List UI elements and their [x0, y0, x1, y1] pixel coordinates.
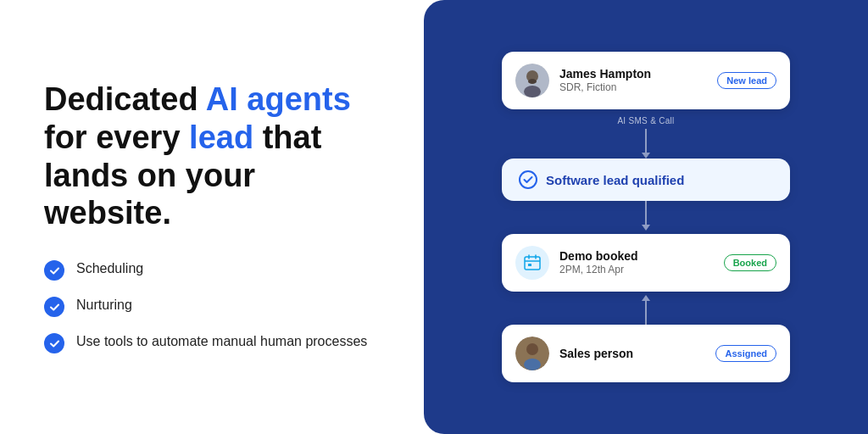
connector-3 [642, 292, 650, 325]
james-sub: SDR, Fiction [559, 81, 651, 95]
connector-line-1 [645, 129, 647, 153]
feature-scheduling-text: Scheduling [76, 259, 143, 278]
feature-scheduling: Scheduling [44, 259, 380, 281]
svg-point-2 [524, 86, 541, 97]
svg-rect-4 [525, 257, 540, 270]
qualified-card: Software lead qualified [502, 159, 790, 201]
svg-rect-5 [528, 264, 531, 266]
svg-point-8 [524, 359, 541, 370]
james-name: James Hampton [559, 67, 651, 81]
avatar-james [515, 64, 549, 97]
card-james-info: James Hampton SDR, Fiction [559, 67, 651, 94]
booked-badge: Booked [724, 254, 776, 271]
assigned-badge: Assigned [715, 345, 776, 362]
svg-point-3 [528, 79, 537, 84]
card-demo-booked: Demo booked 2PM, 12th Apr Booked [502, 234, 790, 292]
card-james-hampton: James Hampton SDR, Fiction New lead [502, 52, 790, 109]
qualified-text: Software lead qualified [546, 173, 684, 187]
connector-arrow-1 [642, 153, 650, 159]
connector-2 [642, 201, 650, 234]
headline-highlight-ai: AI agents [206, 81, 351, 117]
check-icon-scheduling [44, 260, 64, 281]
connector-1: AI SMS & Call [617, 109, 674, 159]
calendar-icon [515, 246, 549, 280]
card-sales-person: Sales person Assigned [502, 325, 790, 382]
avatar-sales [515, 337, 549, 370]
svg-point-7 [526, 343, 538, 355]
check-icon-automate [44, 333, 64, 353]
card-demo-info: Demo booked 2PM, 12th Apr [559, 249, 638, 276]
feature-nurturing: Nurturing [44, 296, 380, 317]
qualified-check-icon [519, 170, 537, 189]
connector-arrow-2 [642, 225, 650, 231]
right-panel: James Hampton SDR, Fiction New lead AI S… [424, 0, 868, 434]
check-icon-nurturing [44, 297, 64, 317]
features-list: Scheduling Nurturing Use tools to automa… [44, 259, 380, 353]
feature-nurturing-text: Nurturing [76, 296, 132, 314]
demo-name: Demo booked [559, 249, 638, 264]
headline: Dedicated AI agents for every lead that … [44, 81, 380, 232]
connector-1-label: AI SMS & Call [617, 116, 674, 125]
connector-line-3 [645, 301, 647, 325]
demo-sub: 2PM, 12th Apr [559, 264, 638, 277]
new-lead-badge: New lead [717, 72, 776, 89]
flow-container: James Hampton SDR, Fiction New lead AI S… [502, 52, 790, 382]
headline-highlight-lead: lead [189, 120, 253, 155]
feature-automate-text: Use tools to automate manual human proce… [76, 332, 367, 351]
card-sales-left: Sales person [515, 337, 633, 370]
connector-line-2 [645, 201, 647, 225]
connector-arrow-3 [642, 295, 650, 301]
card-james-left: James Hampton SDR, Fiction [515, 64, 651, 97]
feature-automate: Use tools to automate manual human proce… [44, 332, 380, 353]
card-sales-info: Sales person [559, 347, 633, 361]
card-demo-left: Demo booked 2PM, 12th Apr [515, 246, 638, 280]
left-panel: Dedicated AI agents for every lead that … [0, 0, 424, 434]
sales-name: Sales person [559, 347, 633, 361]
